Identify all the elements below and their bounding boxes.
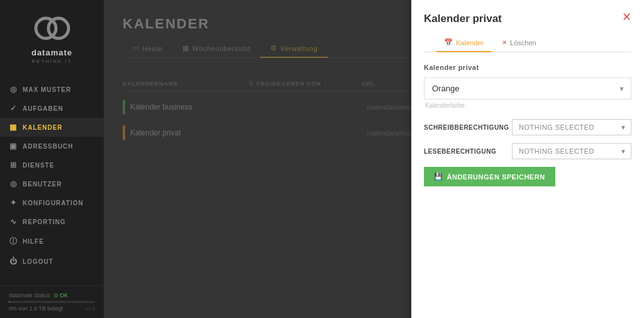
sidebar-item-label: ADRESSBUCH bbox=[23, 143, 74, 150]
sidebar-item-konfiguration[interactable]: ✦ KONFIGURATION bbox=[0, 193, 104, 212]
storage-text: 0% von 1.0 TB belegt bbox=[9, 305, 63, 312]
sidebar-item-label: AUFGABEN bbox=[23, 105, 64, 112]
logo-icon bbox=[33, 13, 71, 44]
schreibberechtigung-select[interactable]: NOTHING SELECTED bbox=[512, 119, 631, 135]
sidebar-item-hilfe[interactable]: ⓘ HILFE bbox=[0, 231, 104, 252]
user-icon: ◎ bbox=[9, 85, 18, 94]
calendar-icon: ▦ bbox=[9, 123, 18, 132]
schreibberechtigung-label: SCHREIBBERECHTIGUNG bbox=[424, 124, 506, 131]
leseberechtigung-row: LESEBERECHTIGUNG NOTHING SELECTED ▼ bbox=[424, 143, 631, 159]
panel-tab-loschen-icon: ✕ bbox=[502, 39, 507, 46]
leseberechtigung-label: LESEBERECHTIGUNG bbox=[424, 148, 506, 155]
logo: datamate RETHINK IT bbox=[0, 0, 104, 74]
sidebar-item-label: MAX MUSTER bbox=[23, 86, 71, 93]
save-button[interactable]: 💾 ÄNDERUNGEN SPEICHERN bbox=[424, 167, 555, 186]
status-label: datamate Status bbox=[9, 292, 50, 298]
config-icon: ✦ bbox=[9, 198, 18, 207]
panel-tab-loschen[interactable]: ✕ Löschen bbox=[494, 34, 544, 52]
logo-tagline: RETHINK IT bbox=[31, 59, 72, 64]
logout-icon: ⏻ bbox=[9, 257, 18, 266]
save-icon: 💾 bbox=[434, 173, 443, 181]
logo-name: datamate bbox=[31, 48, 72, 57]
sidebar-item-label: HILFE bbox=[23, 238, 44, 245]
sidebar: datamate RETHINK IT ◎ MAX MUSTER ✓ AUFGA… bbox=[0, 0, 104, 318]
status-ok-badge: ⊙ OK bbox=[53, 292, 69, 298]
color-select-wrapper: Orange Grün Blau Rot ▼ bbox=[424, 77, 631, 99]
main-content: KALENDER ▭ Heute ▦ Wochenübersicht ⚙ Ver… bbox=[104, 0, 644, 318]
panel-tab-kalender-label: Kalender bbox=[456, 39, 484, 47]
panel-tabs: 📅 Kalender ✕ Löschen bbox=[424, 34, 631, 52]
sidebar-item-max-muster[interactable]: ◎ MAX MUSTER bbox=[0, 80, 104, 99]
sidebar-navigation: ◎ MAX MUSTER ✓ AUFGABEN ▦ KALENDER ▣ ADR… bbox=[0, 74, 104, 285]
sidebar-item-reporting[interactable]: ∿ REPORTING bbox=[0, 212, 104, 231]
schreibberechtigung-row: SCHREIBBERECHTIGUNG NOTHING SELECTED ▼ bbox=[424, 119, 631, 135]
sidebar-item-benutzer[interactable]: ◎ BENUTZER bbox=[0, 174, 104, 193]
leseberechtigung-select[interactable]: NOTHING SELECTED bbox=[512, 143, 631, 159]
color-hint: Kalenderfarbe bbox=[424, 102, 631, 109]
reporting-icon: ∿ bbox=[9, 217, 18, 226]
save-button-label: ÄNDERUNGEN SPEICHERN bbox=[447, 173, 545, 181]
panel-tab-loschen-label: Löschen bbox=[510, 39, 536, 47]
tasks-icon: ✓ bbox=[9, 104, 18, 113]
sidebar-item-dienste[interactable]: ⊞ DIENSTE bbox=[0, 156, 104, 174]
storage-progress-bar bbox=[9, 301, 95, 303]
sidebar-footer: datamate Status ⊙ OK 0% von 1.0 TB beleg… bbox=[0, 285, 104, 318]
sidebar-item-adressbuch[interactable]: ▣ ADRESSBUCH bbox=[0, 137, 104, 156]
services-icon: ⊞ bbox=[9, 161, 18, 169]
address-book-icon: ▣ bbox=[9, 142, 18, 150]
close-button[interactable]: ✕ bbox=[622, 11, 631, 23]
schreibberechtigung-select-wrapper: NOTHING SELECTED ▼ bbox=[512, 119, 631, 135]
help-icon: ⓘ bbox=[9, 236, 18, 247]
users-icon: ◎ bbox=[9, 179, 18, 188]
panel-tab-kalender[interactable]: 📅 Kalender bbox=[436, 34, 491, 52]
sidebar-item-logout[interactable]: ⏻ LOGOUT bbox=[0, 252, 104, 271]
panel-section-label: Kalender privat bbox=[424, 64, 631, 71]
sidebar-item-label: DIENSTE bbox=[23, 162, 54, 169]
sidebar-item-aufgaben[interactable]: ✓ AUFGABEN bbox=[0, 99, 104, 118]
version-text: v1.0 bbox=[86, 306, 95, 312]
panel-title: Kalender privat bbox=[424, 13, 631, 25]
status-line: datamate Status ⊙ OK bbox=[9, 292, 95, 298]
leseberechtigung-select-wrapper: NOTHING SELECTED ▼ bbox=[512, 143, 631, 159]
panel-header: Kalender privat ✕ 📅 Kalender ✕ Löschen bbox=[411, 0, 644, 52]
sidebar-item-label: LOGOUT bbox=[23, 258, 53, 265]
color-select[interactable]: Orange Grün Blau Rot bbox=[424, 77, 631, 99]
sidebar-item-label: KALENDER bbox=[23, 124, 63, 131]
calendar-edit-panel: Kalender privat ✕ 📅 Kalender ✕ Löschen K… bbox=[411, 0, 644, 318]
sidebar-item-label: BENUTZER bbox=[23, 181, 62, 188]
panel-body: Kalender privat Orange Grün Blau Rot ▼ K… bbox=[411, 52, 644, 318]
panel-tab-kalender-icon: 📅 bbox=[444, 38, 453, 47]
svg-point-1 bbox=[48, 18, 69, 38]
sidebar-item-label: REPORTING bbox=[23, 219, 65, 225]
sidebar-item-kalender[interactable]: ▦ KALENDER bbox=[0, 118, 104, 137]
storage-progress-fill bbox=[9, 301, 9, 303]
sidebar-item-label: KONFIGURATION bbox=[23, 200, 84, 207]
